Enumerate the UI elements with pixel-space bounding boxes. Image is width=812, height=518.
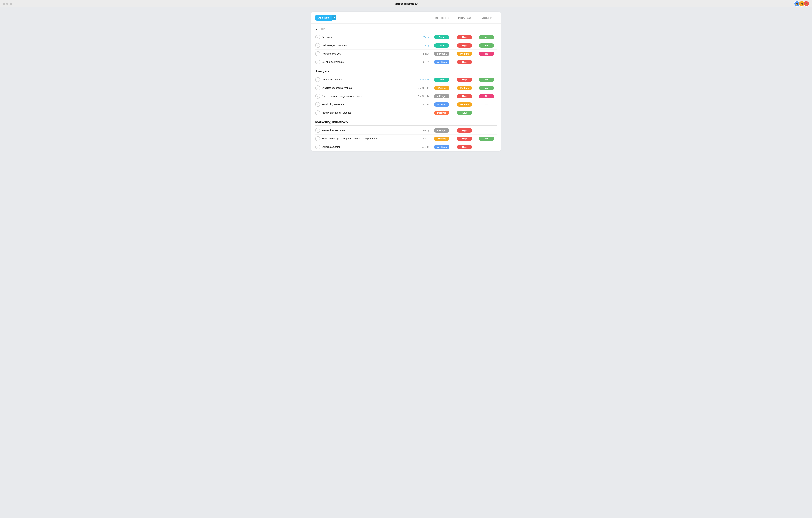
task-checkbox[interactable]: ✓ bbox=[315, 128, 320, 133]
section-divider-vision bbox=[315, 32, 497, 32]
table-row[interactable]: ✓Review business KPIsFridayIn Progr...Hi… bbox=[315, 126, 497, 135]
task-checkbox[interactable]: ✓ bbox=[315, 35, 320, 39]
avatar-3[interactable]: 👨 bbox=[804, 1, 809, 7]
table-row[interactable]: ✓Set final deliverablesJun 21Not Star...… bbox=[315, 58, 497, 66]
priority-badge[interactable]: High bbox=[457, 94, 472, 98]
table-row[interactable]: ✓Launch campaignAug 12Not Star...High— bbox=[315, 143, 497, 151]
task-checkbox[interactable]: ✓ bbox=[315, 77, 320, 82]
task-date: Aug 12 bbox=[412, 146, 429, 148]
approved-badge[interactable]: No bbox=[479, 94, 494, 98]
section-title-marketing-initiatives: Marketing Initiatives bbox=[315, 117, 497, 126]
task-approved-cell: Yes bbox=[476, 35, 497, 39]
title-bar: Marketing Strategy 👩 👩 👨 bbox=[0, 0, 812, 7]
table-row[interactable]: ✓Define target consumersTodayDoneHighYes bbox=[315, 41, 497, 50]
approved-badge[interactable]: Yes bbox=[479, 35, 494, 39]
table-row[interactable]: ✓Build and design testing plan and marke… bbox=[315, 135, 497, 143]
task-approved-cell: — bbox=[476, 111, 497, 115]
approved-badge[interactable]: Yes bbox=[479, 137, 494, 141]
close-button[interactable] bbox=[3, 3, 5, 5]
task-name: Identify any gaps in product bbox=[322, 111, 412, 114]
add-task-dropdown-button[interactable]: ▾ bbox=[332, 15, 337, 21]
task-name: Review business KPIs bbox=[322, 129, 412, 132]
task-checkbox[interactable]: ✓ bbox=[315, 94, 320, 99]
priority-badge[interactable]: Medium bbox=[457, 102, 472, 107]
main-card: Add Task ▾ Task Progress Priority Rank A… bbox=[311, 11, 501, 151]
progress-badge[interactable]: Done bbox=[434, 78, 449, 82]
priority-badge[interactable]: High bbox=[457, 78, 472, 82]
task-checkbox[interactable]: ✓ bbox=[315, 85, 320, 90]
approved-dash: — bbox=[485, 103, 488, 106]
approved-badge[interactable]: Yes bbox=[479, 86, 494, 90]
priority-badge[interactable]: High bbox=[457, 60, 472, 64]
task-checkbox[interactable]: ✓ bbox=[315, 43, 320, 48]
task-checkbox[interactable]: ✓ bbox=[315, 51, 320, 56]
task-priority-cell: Medium bbox=[453, 52, 476, 56]
priority-badge[interactable]: Low bbox=[457, 111, 472, 115]
task-approved-cell: — bbox=[476, 103, 497, 106]
task-progress-cell: Waiting bbox=[431, 86, 453, 90]
task-approved-cell: Yes bbox=[476, 137, 497, 141]
task-progress-cell: In Progr... bbox=[431, 128, 453, 133]
progress-badge[interactable]: Not Star... bbox=[434, 102, 450, 107]
progress-badge[interactable]: Done bbox=[434, 35, 449, 39]
minimize-button[interactable] bbox=[6, 3, 8, 5]
task-priority-cell: High bbox=[453, 43, 476, 48]
approved-dash: — bbox=[485, 129, 488, 132]
task-priority-cell: High bbox=[453, 60, 476, 64]
table-row[interactable]: ✓Identify any gaps in productDeferredLow… bbox=[315, 109, 497, 117]
progress-badge[interactable]: In Progr... bbox=[434, 52, 450, 56]
task-priority-cell: High bbox=[453, 137, 476, 141]
task-approved-cell: Yes bbox=[476, 86, 497, 90]
task-date: Today bbox=[412, 44, 429, 47]
task-priority-cell: High bbox=[453, 35, 476, 39]
task-priority-cell: High bbox=[453, 94, 476, 98]
priority-badge[interactable]: Medium bbox=[457, 52, 472, 56]
table-row[interactable]: ✓Set goalsTodayDoneHighYes bbox=[315, 33, 497, 41]
section-divider-analysis bbox=[315, 75, 497, 75]
table-row[interactable]: ✓Review objectivesFridayIn Progr...Mediu… bbox=[315, 50, 497, 58]
priority-badge[interactable]: High bbox=[457, 35, 472, 39]
priority-badge[interactable]: High bbox=[457, 128, 472, 133]
col-header-approved: Approved? bbox=[476, 17, 497, 19]
task-progress-cell: In Progr... bbox=[431, 52, 453, 56]
table-row[interactable]: ✓Outline customer segments and needsJun … bbox=[315, 92, 497, 100]
maximize-button[interactable] bbox=[10, 3, 12, 5]
approved-badge[interactable]: Yes bbox=[479, 78, 494, 82]
progress-badge[interactable]: In Progr... bbox=[434, 128, 450, 133]
priority-badge[interactable]: High bbox=[457, 43, 472, 48]
table-row[interactable]: ✓Positioning statementJun 19Not Star...M… bbox=[315, 100, 497, 109]
priority-badge[interactable]: High bbox=[457, 137, 472, 141]
task-progress-cell: Deferred bbox=[431, 111, 453, 115]
task-checkbox[interactable]: ✓ bbox=[315, 144, 320, 149]
progress-badge[interactable]: Waiting bbox=[434, 137, 449, 141]
task-checkbox[interactable]: ✓ bbox=[315, 110, 320, 115]
user-avatars: 👩 👩 👨 bbox=[794, 1, 809, 7]
priority-badge[interactable]: High bbox=[457, 145, 472, 149]
add-task-main-button[interactable]: Add Task bbox=[315, 15, 332, 21]
progress-badge[interactable]: Waiting bbox=[434, 86, 449, 90]
priority-badge[interactable]: Medium bbox=[457, 86, 472, 90]
task-approved-cell: Yes bbox=[476, 43, 497, 48]
progress-badge[interactable]: Done bbox=[434, 43, 449, 48]
add-task-button-group[interactable]: Add Task ▾ bbox=[315, 15, 337, 21]
task-approved-cell: Yes bbox=[476, 78, 497, 82]
table-row[interactable]: ✓Competitor analysisTomorrowDoneHighYes bbox=[315, 76, 497, 84]
task-priority-cell: High bbox=[453, 128, 476, 133]
progress-badge[interactable]: Deferred bbox=[434, 111, 449, 115]
task-approved-cell: — bbox=[476, 129, 497, 132]
task-checkbox[interactable]: ✓ bbox=[315, 102, 320, 107]
approved-badge[interactable]: No bbox=[479, 52, 494, 56]
progress-badge[interactable]: In Progr... bbox=[434, 94, 450, 98]
traffic-lights bbox=[3, 3, 12, 5]
sections-container: Vision✓Set goalsTodayDoneHighYes✓Define … bbox=[311, 24, 501, 151]
approved-badge[interactable]: Yes bbox=[479, 43, 494, 48]
task-checkbox[interactable]: ✓ bbox=[315, 60, 320, 64]
section-analysis: Analysis✓Competitor analysisTomorrowDone… bbox=[311, 66, 501, 117]
task-checkbox[interactable]: ✓ bbox=[315, 136, 320, 141]
task-name: Competitor analysis bbox=[322, 78, 412, 81]
table-row[interactable]: ✓Evaluate geographic marketsJun 10 – 14W… bbox=[315, 84, 497, 92]
progress-badge[interactable]: Not Star... bbox=[434, 60, 450, 64]
task-progress-cell: Not Star... bbox=[431, 60, 453, 64]
task-progress-cell: Not Star... bbox=[431, 102, 453, 107]
progress-badge[interactable]: Not Star... bbox=[434, 145, 450, 149]
